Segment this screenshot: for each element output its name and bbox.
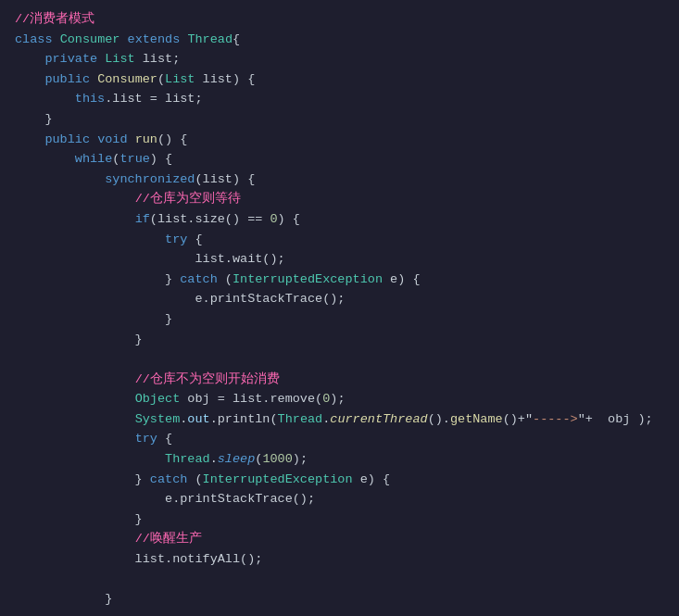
code-line-10: //仓库为空则等待 xyxy=(15,189,664,209)
keyword-public-3: public xyxy=(44,132,90,146)
code-line-19: //仓库不为空则开始消费 xyxy=(15,370,664,390)
keyword-try-2: try xyxy=(135,432,157,446)
type-interrupted-2: InterruptedException xyxy=(203,472,353,486)
type-list: List xyxy=(105,52,134,66)
comment-4: //唤醒生产 xyxy=(135,532,202,546)
keyword-this: this xyxy=(75,92,105,106)
code-line-26: } xyxy=(15,509,664,530)
comment-1: //消费者模式 xyxy=(15,12,94,26)
code-line-23: Thread.sleep(1000); xyxy=(15,449,664,470)
class-system: System xyxy=(135,412,181,426)
code-line-20: Object obj = list.remove(0); xyxy=(15,389,664,409)
keyword-true: true xyxy=(119,152,149,166)
keyword-if: if xyxy=(135,212,150,226)
code-line-31 xyxy=(15,610,664,616)
type-interrupted: InterruptedException xyxy=(233,272,383,286)
code-line-8: while(true) { xyxy=(15,149,664,170)
comment-2: //仓库为空则等待 xyxy=(135,192,241,206)
method-current-thread: currentThread xyxy=(330,412,427,426)
code-line-28: list.notifyAll(); xyxy=(15,549,664,570)
keyword-extends: extends xyxy=(128,32,181,46)
code-line-3: private List list; xyxy=(15,49,664,69)
keyword-catch: catch xyxy=(180,272,218,286)
code-line-1: //消费者模式 xyxy=(15,9,664,30)
code-line-13: list.wait(); xyxy=(15,249,664,270)
field-out: out xyxy=(187,412,209,426)
keyword-while: while xyxy=(75,152,113,166)
constructor-consumer: Consumer xyxy=(97,72,157,86)
code-line-27: //唤醒生产 xyxy=(15,529,664,549)
keyword-class: class xyxy=(15,32,53,46)
method-getname: getName xyxy=(450,412,503,426)
code-line-6: } xyxy=(15,109,664,130)
code-line-2: class Consumer extends Thread{ xyxy=(15,30,664,50)
code-line-22: try { xyxy=(15,429,664,449)
class-thread-2: Thread xyxy=(278,412,323,426)
number-0: 0 xyxy=(270,212,277,226)
class-consumer: Consumer xyxy=(60,32,120,46)
code-container: //消费者模式 class Consumer extends Thread{ p… xyxy=(0,0,679,616)
keyword-void: void xyxy=(97,132,127,146)
class-thread-3: Thread xyxy=(165,452,210,466)
number-1000: 1000 xyxy=(262,452,292,466)
method-run: run xyxy=(135,132,157,146)
string-arrow: -----> xyxy=(533,412,578,426)
code-line-7: public void run() { xyxy=(15,130,664,150)
comment-3: //仓库不为空则开始消费 xyxy=(135,372,280,386)
class-thread: Thread xyxy=(187,32,233,46)
code-line-11: if(list.size() == 0) { xyxy=(15,209,664,230)
keyword-public-2: public xyxy=(44,72,90,86)
method-sleep: sleep xyxy=(218,452,256,466)
type-list-2: List xyxy=(165,72,195,86)
keyword-synchronized: synchronized xyxy=(105,172,195,186)
keyword-catch-2: catch xyxy=(150,472,188,486)
code-line-21: System.out.println(Thread.currentThread(… xyxy=(15,409,664,430)
keyword-try: try xyxy=(165,233,187,246)
code-line-24: } catch (InterruptedException e) { xyxy=(15,470,664,490)
code-line-29 xyxy=(15,570,664,590)
keyword-private: private xyxy=(44,52,97,66)
code-line-12: try { xyxy=(15,230,664,250)
code-line-5: this.list = list; xyxy=(15,89,664,109)
code-line-4: public Consumer(List list) { xyxy=(15,69,664,90)
code-line-14: } catch (InterruptedException e) { xyxy=(15,270,664,290)
code-line-25: e.printStackTrace(); xyxy=(15,489,664,509)
code-line-9: synchronized(list) { xyxy=(15,170,664,190)
code-line-18 xyxy=(15,349,664,370)
type-object: Object xyxy=(135,392,181,406)
code-line-16: } xyxy=(15,309,664,330)
code-line-30: } xyxy=(15,589,664,610)
code-line-17: } xyxy=(15,330,664,350)
code-line-15: e.printStackTrace(); xyxy=(15,289,664,309)
